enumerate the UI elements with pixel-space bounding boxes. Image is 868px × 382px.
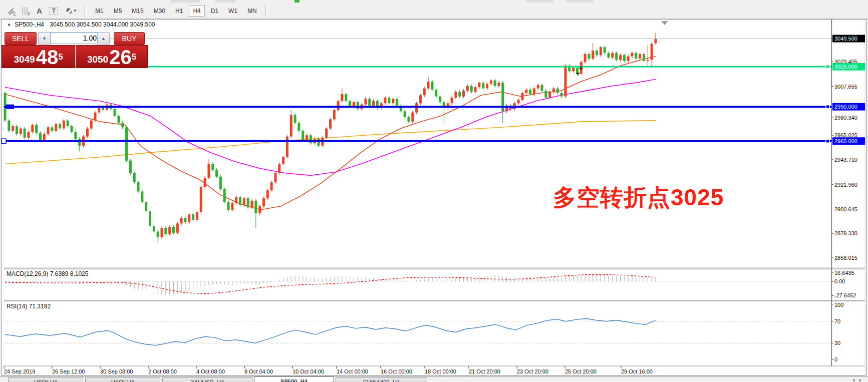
tab-scroll-left-icon[interactable]: ◄ — [851, 378, 855, 382]
svg-text:30: 30 — [834, 340, 840, 346]
price-axis[interactable]: 3029.4053007.6552980.3402965.0252943.710… — [831, 35, 865, 261]
sell-price-tile[interactable]: 3049 48 5 — [2, 45, 75, 68]
candle — [329, 119, 332, 128]
hline-handle[interactable] — [826, 105, 829, 109]
svg-text:70: 70 — [834, 318, 840, 324]
candle — [16, 126, 18, 134]
chart-markers — [576, 21, 668, 76]
candle — [164, 228, 167, 234]
candle — [600, 47, 602, 55]
date-axis[interactable]: 24 Sep 201926 Sep 12:0030 Sep 08:002 Oct… — [4, 366, 653, 374]
collapse-panel-icon[interactable]: ▲ — [7, 22, 11, 27]
svg-text:23 Oct 20:00: 23 Oct 20:00 — [517, 368, 548, 374]
macd-indicator-label: MACD(12,26,9) 7.6389 8.1025 — [7, 270, 88, 277]
chart-tab-china300h4[interactable]: CHINA300-,H4 — [336, 377, 427, 382]
candle — [615, 53, 618, 60]
macd-pane[interactable]: 16.64350.00-27.6452 — [4, 270, 856, 299]
candle — [564, 66, 566, 97]
candle — [196, 212, 198, 220]
candle — [372, 101, 375, 106]
candle — [497, 83, 500, 86]
svg-text:4 Oct 08:00: 4 Oct 08:00 — [196, 368, 225, 374]
candle — [584, 54, 587, 62]
svg-text:8 Oct 04:00: 8 Oct 04:00 — [244, 368, 273, 374]
buy-price-sup: 5 — [132, 46, 136, 69]
candle — [533, 89, 535, 94]
tab-scroll-right-icon[interactable]: ► — [858, 378, 862, 382]
buy-button[interactable]: BUY — [114, 32, 145, 45]
candle — [635, 53, 637, 59]
candle — [141, 191, 143, 202]
svg-text:2921.960: 2921.960 — [834, 182, 857, 188]
candle — [396, 99, 398, 106]
chart-tab-xauusdh4[interactable]: XAUUSD-,H4 — [162, 377, 252, 382]
candle — [651, 44, 653, 60]
candle — [153, 226, 155, 231]
candle — [639, 54, 641, 59]
candle — [486, 84, 488, 88]
buy-price-stem: 3050 — [87, 53, 108, 66]
buy-price-tile[interactable]: 3050 26 5 — [76, 45, 148, 68]
candle — [51, 127, 53, 131]
chart-annotation-text[interactable]: 多空转折点3025 — [553, 182, 724, 213]
candle — [404, 111, 406, 117]
candle — [235, 197, 237, 203]
candle — [55, 124, 57, 131]
candle — [78, 139, 81, 146]
candle — [521, 93, 523, 100]
candle — [462, 91, 465, 96]
hline-handle[interactable] — [826, 65, 829, 69]
candle — [310, 135, 312, 143]
candle — [298, 123, 300, 131]
candle — [90, 121, 93, 129]
svg-text:2960.000: 2960.000 — [834, 138, 857, 144]
candle — [204, 178, 206, 187]
candle — [168, 227, 171, 234]
sell-price-big: 48 — [36, 48, 59, 66]
candle — [654, 39, 657, 43]
candle — [525, 90, 527, 93]
candle — [325, 129, 328, 138]
volume-input[interactable] — [50, 32, 101, 44]
svg-text:0: 0 — [834, 356, 837, 362]
candle — [470, 86, 473, 92]
svg-text:24 Sep 2019: 24 Sep 2019 — [4, 368, 35, 374]
candle — [262, 198, 265, 206]
svg-text:25 Oct 20:00: 25 Oct 20:00 — [565, 368, 597, 374]
candle — [180, 218, 183, 223]
candle — [227, 202, 230, 210]
rsi-pane[interactable]: 10070300 — [4, 302, 843, 362]
svg-text:30 Sep 08:00: 30 Sep 08:00 — [100, 368, 133, 374]
chart-tab-ukoilh4[interactable]: UKOil,H4 — [85, 377, 160, 382]
volume-decrease-button[interactable]: ▼ — [38, 32, 51, 45]
candle — [541, 85, 543, 91]
svg-text:16 Oct 00:00: 16 Oct 00:00 — [381, 368, 412, 374]
candle — [619, 55, 622, 60]
hline-handle[interactable] — [826, 139, 829, 143]
candle — [266, 190, 269, 198]
candle — [207, 164, 210, 177]
shift-end-marker-icon[interactable] — [661, 21, 668, 25]
svg-text:16.6435: 16.6435 — [834, 270, 854, 276]
candle — [188, 214, 190, 222]
chart-tab-sp500h4[interactable]: SP500-,H4 — [254, 376, 334, 382]
candle — [86, 129, 89, 137]
candle — [161, 228, 163, 237]
svg-text:100: 100 — [834, 302, 843, 308]
sell-button[interactable]: SELL — [5, 32, 37, 45]
candle — [411, 113, 414, 122]
buy-price-big: 26 — [109, 48, 132, 66]
candle — [294, 115, 297, 123]
candle — [548, 92, 551, 97]
candle — [215, 170, 218, 177]
candle — [643, 54, 645, 61]
candle — [647, 60, 649, 61]
candle — [556, 89, 559, 93]
volume-increase-button[interactable]: ▲ — [97, 32, 110, 45]
candle — [458, 92, 461, 96]
candle — [121, 123, 124, 127]
svg-text:3049.500: 3049.500 — [834, 36, 857, 42]
candle — [63, 121, 65, 129]
chart-tab-usoilh4[interactable]: USOil,H4 — [8, 377, 83, 382]
candle — [592, 51, 594, 59]
